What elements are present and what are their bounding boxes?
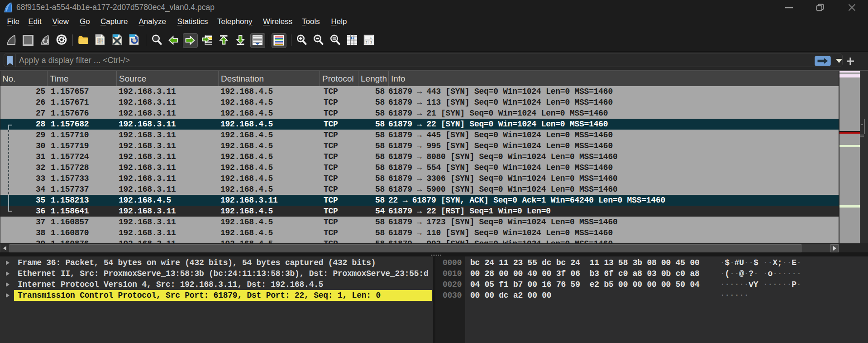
svg-text:0111: 0111	[97, 42, 103, 44]
svg-text:1: 1	[370, 36, 372, 40]
svg-text:3: 3	[370, 40, 372, 44]
svg-text:2: 2	[366, 40, 368, 44]
